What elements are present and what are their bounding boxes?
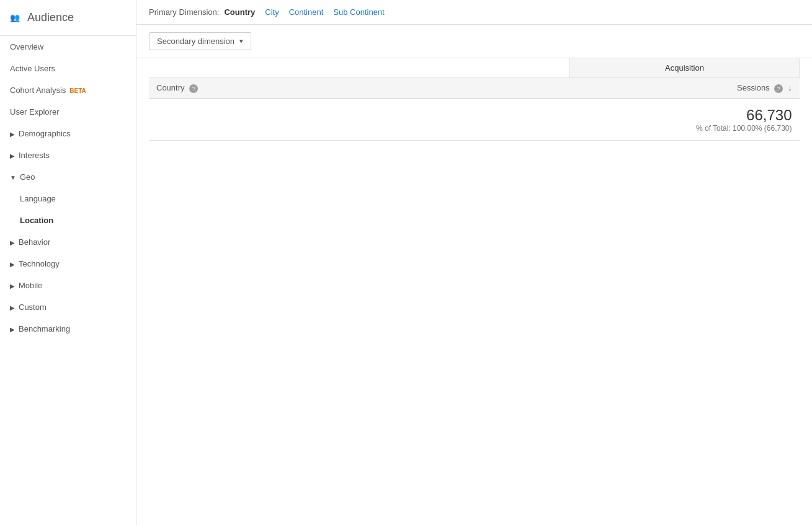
arrow-icon: ▶ [10, 304, 15, 311]
sidebar-item-geo[interactable]: ▼Geo [0, 166, 136, 188]
secondary-dim-row: Secondary dimension ▾ [136, 25, 812, 58]
sidebar-item-technology[interactable]: ▶Technology [0, 253, 136, 275]
total-country-cell [149, 99, 569, 141]
arrow-icon: ▶ [10, 261, 15, 268]
main-content: Primary Dimension: CountryCityContinentS… [136, 0, 812, 525]
sidebar-item-mobile[interactable]: ▶Mobile [0, 275, 136, 296]
audience-icon: 👥 [10, 13, 20, 22]
sidebar-title: Audience [27, 11, 74, 24]
sidebar-item-overview[interactable]: Overview [0, 36, 136, 58]
sidebar-item-benchmarking[interactable]: ▶Benchmarking [0, 318, 136, 340]
sidebar-item-language[interactable]: Language [0, 188, 136, 210]
sidebar-item-label: Benchmarking [19, 324, 70, 333]
sidebar-item-label: Custom [19, 302, 47, 312]
country-group-header [149, 58, 569, 78]
total-sessions-cell: 66,730 % of Total: 100.00% (66,730) [569, 99, 799, 141]
sidebar-header: 👥 Audience [0, 0, 136, 36]
sidebar-item-label: Cohort Analysis [10, 86, 66, 95]
primary-dim-items: CountryCityContinentSub Continent [224, 7, 394, 17]
sidebar-item-label: Active Users [10, 64, 55, 73]
sidebar-item-location[interactable]: Location [0, 210, 136, 231]
sidebar-nav: OverviewActive UsersCohort AnalysisBETAU… [0, 36, 136, 340]
sidebar-item-label: Behavior [19, 237, 50, 247]
sidebar-item-label: Mobile [19, 281, 42, 290]
primary-dim-label: Primary Dimension: [149, 7, 219, 17]
total-sessions-value: 66,730 [577, 107, 792, 124]
country-col-header: Country ? [149, 78, 569, 99]
arrow-icon: ▶ [10, 326, 15, 333]
primary-dim-continent[interactable]: Continent [289, 7, 324, 17]
sidebar-item-label: Geo [20, 172, 35, 182]
arrow-icon: ▶ [10, 283, 15, 289]
sidebar-item-demographics[interactable]: ▶Demographics [0, 123, 136, 144]
chevron-down-icon: ▾ [239, 37, 243, 45]
table-col-header-row: Country ? Sessions ? ↓ [149, 78, 800, 99]
sidebar-item-interests[interactable]: ▶Interests [0, 144, 136, 166]
sessions-col-header: Sessions ? ↓ [569, 78, 799, 99]
arrow-icon: ▼ [10, 174, 16, 181]
primary-dimension-bar: Primary Dimension: CountryCityContinentS… [136, 0, 812, 25]
sidebar-item-label: Interests [19, 151, 50, 160]
sidebar-item-label: Demographics [19, 129, 71, 138]
data-table: Acquisition Country ? Sessions ? ↓ [149, 58, 800, 141]
secondary-dimension-button[interactable]: Secondary dimension ▾ [149, 32, 251, 50]
country-col-label: Country [156, 83, 185, 92]
primary-dim-country[interactable]: Country [224, 7, 255, 17]
acquisition-group-header: Acquisition [569, 58, 799, 78]
data-table-container: Acquisition Country ? Sessions ? ↓ [136, 58, 812, 141]
sidebar-item-user-explorer[interactable]: User Explorer [0, 101, 136, 123]
sidebar-item-label: Overview [10, 42, 43, 51]
sidebar-item-label: Language [20, 194, 56, 203]
arrow-icon: ▶ [10, 152, 15, 159]
beta-badge: BETA [69, 87, 86, 94]
sidebar-item-label: Location [20, 216, 53, 225]
arrow-icon: ▶ [10, 239, 15, 246]
sidebar: 👥 Audience OverviewActive UsersCohort An… [0, 0, 136, 525]
primary-dim-sub-continent[interactable]: Sub Continent [333, 7, 384, 17]
total-pct-label: % of Total: 100.00% (66,730) [577, 124, 792, 133]
sidebar-item-cohort-analysis[interactable]: Cohort AnalysisBETA [0, 79, 136, 101]
primary-dim-city[interactable]: City [265, 7, 279, 17]
sidebar-item-behavior[interactable]: ▶Behavior [0, 231, 136, 253]
sort-arrow-icon[interactable]: ↓ [788, 83, 792, 92]
sidebar-item-active-users[interactable]: Active Users [0, 58, 136, 79]
country-help-icon[interactable]: ? [189, 84, 198, 93]
total-row: 66,730 % of Total: 100.00% (66,730) [149, 99, 800, 141]
sidebar-item-custom[interactable]: ▶Custom [0, 296, 136, 318]
sessions-help-icon[interactable]: ? [774, 84, 783, 93]
table-group-header-row: Acquisition [149, 58, 800, 78]
sidebar-item-label: Technology [19, 259, 60, 268]
secondary-dim-label: Secondary dimension [157, 37, 234, 46]
sidebar-item-label: User Explorer [10, 107, 59, 117]
sessions-col-label: Sessions [737, 83, 770, 92]
arrow-icon: ▶ [10, 131, 15, 138]
